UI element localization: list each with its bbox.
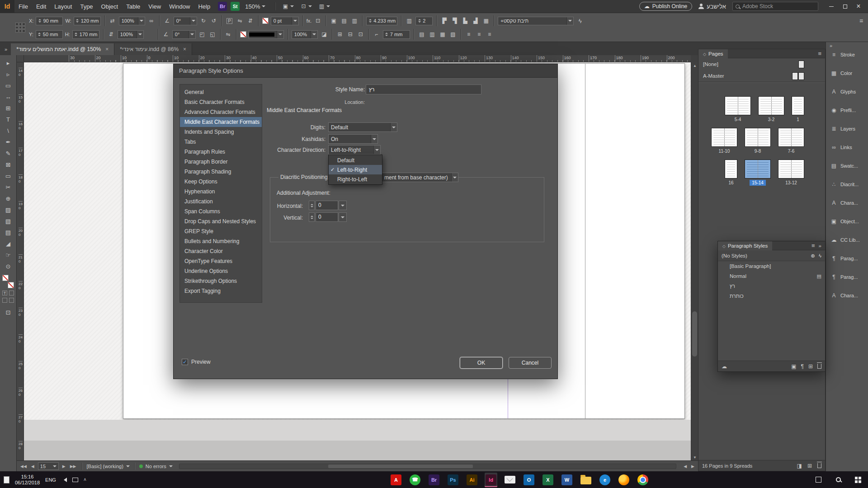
fit-frame-icon[interactable] (346, 30, 354, 38)
panel-button[interactable]: A Glyphs (826, 86, 868, 97)
minimize-button[interactable] (825, 0, 838, 13)
page-spread[interactable]: 7-6 (778, 128, 804, 154)
menu-option[interactable]: Default (329, 155, 382, 165)
scroll-right-icon[interactable]: ▶ (690, 464, 695, 469)
swap-icon[interactable] (107, 30, 115, 38)
arrange-documents-dropdown[interactable] (316, 2, 332, 10)
vertical-scrollbar[interactable]: ▲ ▼ (691, 62, 698, 460)
horizontal-ruler[interactable]: 3020100102030405060708090100110120130140… (24, 55, 691, 62)
tray-document-icon[interactable] (4, 476, 9, 483)
width-field[interactable]: 120 mm (74, 17, 101, 25)
fill-stroke-swatches[interactable] (2, 275, 14, 288)
scroll-down-icon[interactable]: ▼ (691, 454, 698, 460)
redefine-style-icon[interactable] (811, 253, 815, 259)
page-spread[interactable]: 3-2 (758, 96, 784, 122)
page-thumbnail[interactable] (778, 128, 804, 147)
opacity-dropdown[interactable]: 100% (292, 30, 318, 39)
zoom-tool[interactable]: ⊙ (2, 261, 14, 272)
eyedropper-tool[interactable]: ◢ (2, 238, 14, 249)
dialog-category[interactable]: Strikethrough Options (180, 276, 262, 286)
page-tool[interactable]: ▭ (2, 80, 14, 91)
type-tool[interactable]: T (2, 114, 14, 125)
wrap-object-shape-icon[interactable] (350, 17, 359, 25)
create-new-style-icon[interactable] (808, 363, 813, 370)
paragraph-style-item[interactable]: [Basic Paragraph] (718, 261, 825, 271)
panel-button[interactable]: ¶ Parag... (826, 253, 868, 264)
collapse-icon[interactable] (808, 242, 819, 249)
restore-button[interactable] (838, 0, 852, 13)
network-icon[interactable] (72, 478, 78, 482)
content-collector-tool[interactable]: ⊞ (2, 103, 14, 113)
selection-tool[interactable]: ▸ (2, 57, 14, 68)
formatting-affects-container-icon[interactable] (9, 291, 14, 296)
pencil-tool[interactable]: ✎ (2, 148, 14, 159)
stepper-icon[interactable] (385, 31, 389, 38)
apply-none-icon[interactable] (9, 298, 14, 303)
document-tab[interactable]: *יאמת המושלים עימוד.indd @ 150% × (11, 43, 114, 55)
horizontal-stepper[interactable] (309, 201, 315, 210)
vertical-value-field[interactable]: 0 (316, 212, 338, 222)
dialog-category[interactable]: Underline Options (180, 266, 262, 276)
last-page-button[interactable]: ▶▶ (69, 464, 77, 469)
select-content-icon[interactable] (208, 30, 217, 38)
flip-vertical-icon[interactable] (246, 17, 255, 25)
dock-chevron-icon[interactable]: » (0, 47, 11, 55)
distribute-space-icon[interactable] (449, 30, 457, 38)
page-spread[interactable]: 11-10 (711, 128, 737, 154)
stepper-icon[interactable] (75, 18, 80, 24)
page-thumbnail[interactable] (725, 160, 737, 178)
scroll-left-icon[interactable]: ◀ (683, 464, 688, 469)
shear-angle-dropdown[interactable]: 0° (172, 30, 196, 39)
expand-panels-icon[interactable] (830, 43, 832, 48)
flip-horizontal-icon[interactable] (236, 17, 244, 25)
dialog-category[interactable]: Hyphenation (180, 187, 262, 197)
reference-point-proxy[interactable] (15, 23, 25, 33)
dialog-category[interactable]: Character Color (180, 246, 262, 256)
close-button[interactable] (852, 0, 865, 13)
menu-item[interactable]: Layout (50, 0, 76, 13)
bridge-button[interactable]: Br (218, 2, 227, 11)
kashidas-dropdown[interactable]: On (328, 134, 378, 144)
panel-button[interactable]: A Chara... (826, 290, 868, 301)
dialog-category[interactable]: OpenType Features (180, 256, 262, 266)
next-page-button[interactable]: ▶ (61, 464, 66, 469)
user-account-button[interactable]: אלישבע (698, 3, 726, 10)
menu-option[interactable]: ✓ Left-to-Right (329, 165, 382, 174)
rotation-angle-dropdown[interactable]: 0° (174, 17, 197, 25)
align-left-edges-icon[interactable] (440, 17, 448, 25)
page-thumbnail[interactable] (745, 160, 771, 178)
page-thumbnail[interactable] (778, 160, 804, 178)
delete-page-icon[interactable] (817, 463, 821, 468)
stepper-icon[interactable] (38, 18, 42, 24)
taskbar-app[interactable]: e (599, 473, 611, 487)
align-center-icon[interactable] (482, 17, 490, 25)
swap-dimensions-icon[interactable] (108, 17, 117, 25)
panel-button[interactable]: ☁ CC Lib... (826, 235, 868, 245)
align-text-left-icon[interactable] (465, 30, 473, 38)
scale-x-dropdown[interactable]: 100% (119, 17, 145, 25)
quick-apply-icon[interactable] (576, 17, 584, 25)
select-container-icon[interactable] (198, 30, 206, 38)
stroke-swatch[interactable] (8, 282, 14, 288)
quick-apply-icon[interactable] (819, 253, 821, 258)
dialog-category[interactable]: GREP Style (180, 226, 262, 236)
ruler-origin-box[interactable] (17, 55, 24, 62)
dialog-category[interactable]: Advanced Character Formats (180, 107, 262, 117)
taskbar-search-button[interactable] (828, 471, 848, 488)
panel-button[interactable]: ∞ Links (826, 142, 868, 153)
control-panel-menu-icon[interactable] (857, 17, 865, 25)
wrap-bounding-box-icon[interactable] (340, 17, 348, 25)
menu-option[interactable]: Right-to-Left (329, 174, 382, 184)
diacritic-positioning-dropdown[interactable]: ment from base character) (382, 173, 458, 182)
page-thumbnail[interactable] (792, 96, 804, 115)
panel-menu-icon[interactable] (814, 50, 825, 57)
stroke-weight-dropdown[interactable]: 0 pt (271, 17, 299, 25)
align-right-edges-icon[interactable] (451, 17, 459, 25)
paragraph-style-item[interactable]: Normal (718, 271, 825, 281)
fill-swatch[interactable] (2, 275, 9, 281)
center-content-icon[interactable] (357, 30, 365, 38)
dialog-category[interactable]: Keep Options (180, 177, 262, 187)
scale-y-dropdown[interactable]: 100% (118, 30, 144, 39)
gradient-swatch-tool[interactable]: ▨ (2, 204, 14, 215)
menu-item[interactable]: Object (97, 0, 123, 13)
